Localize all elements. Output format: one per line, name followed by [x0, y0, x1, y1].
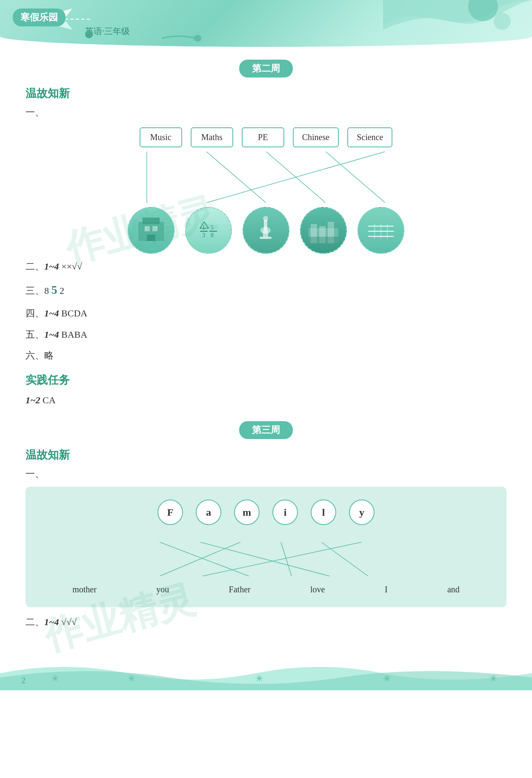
- svg-line-38: [160, 542, 249, 576]
- letter-l: l: [311, 500, 336, 525]
- svg-rect-14: [147, 235, 155, 241]
- svg-line-40: [160, 542, 240, 576]
- snowflake-5: ✳: [489, 673, 497, 684]
- svg-line-8: [326, 152, 385, 203]
- family-words-row: mother you Father love I and: [43, 585, 489, 594]
- word-i: I: [385, 585, 388, 594]
- family-connecting-lines: [143, 542, 389, 576]
- svg-rect-11: [143, 218, 160, 224]
- family-exercise: F a m i l y mother you Father love I an: [26, 487, 506, 607]
- item5: 五、1~4 BABA: [26, 326, 506, 343]
- word-mother: mother: [72, 585, 97, 594]
- week3-item2-label: 二、: [26, 617, 44, 627]
- week3-item1-label: 一、: [26, 468, 506, 480]
- img-building: [128, 207, 174, 254]
- week3-badge-container: 第三周: [26, 421, 506, 439]
- svg-rect-25: [263, 230, 268, 237]
- matching-exercise: Music Maths PE Chinese Science: [117, 127, 415, 254]
- svg-point-26: [263, 216, 268, 221]
- item4-label: 四、: [26, 308, 44, 319]
- word-father: Father: [229, 585, 251, 594]
- main-content: 第二周 温故知新 一、 Music Maths PE Chinese Scien…: [0, 60, 532, 631]
- week3-badge: 第三周: [239, 421, 293, 439]
- section1-title: 温故知新: [26, 86, 506, 101]
- word-and: and: [447, 585, 460, 594]
- week2-badge-container: 第二周: [26, 60, 506, 78]
- item2-content: ××√√: [59, 261, 82, 272]
- family-letters-row: F a m i l y: [43, 500, 489, 525]
- item5-content: BABA: [59, 329, 88, 340]
- section2-title: 实践任务: [26, 373, 506, 388]
- subject-pe: PE: [242, 127, 284, 147]
- img-factory: [300, 207, 347, 254]
- svg-rect-13: [152, 226, 157, 231]
- page-header: 寒假乐园 英语·三年级: [0, 0, 532, 47]
- letter-F: F: [157, 500, 183, 525]
- subject-maths: Maths: [191, 127, 233, 147]
- bottom-decoration: 2 ✳ ✳ ✳ ✳ ✳: [0, 656, 532, 692]
- img-track: [358, 207, 404, 254]
- letter-i: i: [272, 500, 298, 525]
- subject-chinese: Chinese: [293, 127, 339, 147]
- letter-m: m: [234, 500, 260, 525]
- word-love: love: [310, 585, 325, 594]
- word-you: you: [156, 585, 169, 594]
- letter-a: a: [196, 500, 221, 525]
- snowflake-4: ✳: [383, 673, 391, 684]
- item3-rest: 2: [57, 285, 65, 296]
- item2: 二、1~4 ××√√: [26, 258, 506, 275]
- svg-line-39: [200, 542, 330, 576]
- svg-text:1: 1: [202, 224, 205, 231]
- svg-line-42: [321, 542, 368, 576]
- week3-item2-content: √√√: [59, 617, 77, 627]
- item2-label: 二、: [26, 261, 44, 272]
- item4: 四、1~4 BCDA: [26, 305, 506, 322]
- item1-label: 一、: [26, 106, 506, 119]
- section2-answer: CA: [40, 395, 56, 405]
- item6: 六、略: [26, 347, 506, 364]
- dot-deco-1: [85, 31, 93, 38]
- section2-content: 1~2 CA: [26, 392, 506, 409]
- week2-badge: 第二周: [239, 60, 293, 78]
- snowflake-2: ✳: [128, 673, 135, 684]
- image-circles: 1 3 5 8: [117, 207, 415, 254]
- svg-text:5: 5: [211, 224, 214, 231]
- section3-title: 温故知新: [26, 448, 506, 462]
- svg-rect-12: [145, 226, 150, 231]
- item6-label: 六、略: [26, 350, 54, 361]
- svg-line-6: [206, 152, 266, 203]
- item5-label: 五、: [26, 329, 44, 340]
- week3-item2: 二、1~4 √√√: [26, 614, 506, 631]
- connecting-lines: [117, 152, 415, 203]
- arrow-deco: [162, 32, 213, 45]
- svg-text:3: 3: [202, 232, 205, 238]
- snowflake-1: ✳: [51, 673, 59, 684]
- svg-point-4: [194, 35, 201, 42]
- svg-line-43: [202, 542, 362, 576]
- item3: 三、8 5 2: [26, 279, 506, 301]
- subject-music: Music: [140, 127, 182, 147]
- book-title: 寒假乐园: [13, 9, 66, 26]
- subject-boxes: Music Maths PE Chinese Science: [117, 127, 415, 147]
- img-math: 1 3 5 8: [185, 207, 232, 254]
- page-number: 2: [21, 676, 26, 686]
- snowflake-3: ✳: [255, 673, 263, 684]
- item4-content: BCDA: [59, 308, 88, 319]
- svg-rect-31: [309, 237, 338, 243]
- svg-text:8: 8: [211, 232, 214, 238]
- item3-label: 三、8: [26, 285, 51, 296]
- item3-strike: 5: [51, 283, 57, 296]
- img-microscope: [243, 207, 289, 254]
- dot-deco-3: [494, 13, 511, 30]
- svg-line-9: [206, 152, 385, 203]
- subject-science: Science: [347, 127, 392, 147]
- letter-y: y: [349, 500, 375, 525]
- bottom-wave-svg: [0, 656, 532, 690]
